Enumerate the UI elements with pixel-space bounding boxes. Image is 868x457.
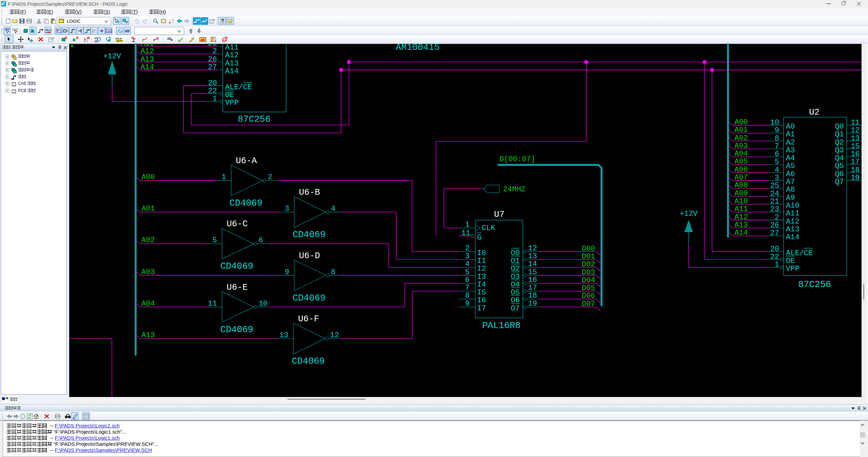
svg-text:A03: A03 xyxy=(734,142,748,150)
svg-text:17: 17 xyxy=(851,158,860,166)
svg-text:A12: A12 xyxy=(225,51,239,60)
svg-text:D05: D05 xyxy=(582,284,595,292)
svg-text:22: 22 xyxy=(770,253,779,261)
svg-text:A02: A02 xyxy=(734,134,748,142)
svg-text:4: 4 xyxy=(465,260,470,268)
svg-text:ab: ab xyxy=(201,38,205,41)
svg-text:FLD: FLD xyxy=(223,39,227,41)
svg-text:Q1: Q1 xyxy=(835,130,844,139)
svg-text:A04: A04 xyxy=(734,150,748,158)
svg-text:Q3: Q3 xyxy=(835,146,844,155)
svg-text:8: 8 xyxy=(775,134,779,143)
svg-text:AUTO: AUTO xyxy=(116,40,122,42)
svg-text:Q7: Q7 xyxy=(835,178,844,186)
svg-text:20: 20 xyxy=(770,245,779,253)
svg-text:87C256: 87C256 xyxy=(798,280,831,290)
svg-text:CD4069: CD4069 xyxy=(220,261,253,271)
svg-text:PAL16R8: PAL16R8 xyxy=(482,321,520,331)
svg-text:A9: A9 xyxy=(786,194,795,202)
svg-text:25: 25 xyxy=(770,182,779,190)
svg-text:A7: A7 xyxy=(786,178,795,186)
svg-text:A10: A10 xyxy=(734,197,748,206)
svg-text:A14: A14 xyxy=(141,63,154,72)
svg-text:U6-C: U6-C xyxy=(226,219,248,229)
svg-text:9: 9 xyxy=(285,268,289,277)
svg-text:A13: A13 xyxy=(786,225,800,234)
svg-text:A12: A12 xyxy=(786,217,800,226)
svg-text:Q4: Q4 xyxy=(835,154,844,163)
svg-text:U6-A: U6-A xyxy=(236,156,257,166)
svg-text:ab: ab xyxy=(167,36,171,40)
svg-text:A14: A14 xyxy=(734,229,748,237)
svg-text:A13: A13 xyxy=(141,331,155,340)
svg-text:U6-E: U6-E xyxy=(226,282,248,292)
svg-text:A08: A08 xyxy=(734,181,748,190)
svg-text:5: 5 xyxy=(465,268,470,277)
svg-text:D06: D06 xyxy=(582,292,595,300)
svg-text:9: 9 xyxy=(465,300,470,308)
svg-text:21: 21 xyxy=(770,197,779,206)
svg-text:4: 4 xyxy=(775,166,779,174)
svg-text:24MHZ: 24MHZ xyxy=(503,185,526,194)
svg-text:U1.1: U1.1 xyxy=(45,28,51,31)
svg-text:I7: I7 xyxy=(477,304,486,313)
svg-text:1: 1 xyxy=(221,173,226,182)
svg-text:G: G xyxy=(477,233,481,242)
svg-text:A03: A03 xyxy=(141,268,155,277)
svg-text:U7: U7 xyxy=(494,209,505,220)
svg-text:Q6: Q6 xyxy=(835,170,844,178)
svg-text:A12: A12 xyxy=(141,47,154,56)
svg-text:13: 13 xyxy=(279,331,288,340)
svg-text:4: 4 xyxy=(331,205,335,213)
svg-text:2: 2 xyxy=(775,213,779,222)
svg-text:I1: I1 xyxy=(477,257,486,265)
svg-text:U6-F: U6-F xyxy=(298,314,319,324)
svg-text:I0: I0 xyxy=(477,249,486,258)
svg-text:A10: A10 xyxy=(786,202,800,210)
svg-text:3: 3 xyxy=(465,252,470,261)
svg-text:Q0: Q0 xyxy=(835,122,844,131)
svg-text:26: 26 xyxy=(208,55,217,64)
svg-text:12: 12 xyxy=(851,126,860,135)
svg-text:11: 11 xyxy=(461,229,470,237)
svg-text:2: 2 xyxy=(213,47,217,56)
svg-text:22: 22 xyxy=(208,87,217,95)
svg-text:CLK: CLK xyxy=(482,224,495,232)
svg-text:7: 7 xyxy=(465,284,470,292)
svg-text:8: 8 xyxy=(465,291,470,300)
svg-text:2: 2 xyxy=(268,173,272,182)
svg-text:D02: D02 xyxy=(582,260,595,269)
svg-text:11: 11 xyxy=(851,118,860,127)
svg-text:I5: I5 xyxy=(477,288,486,297)
svg-text:18: 18 xyxy=(528,291,537,300)
svg-text:LBL: LBL xyxy=(106,30,112,33)
svg-text:CD4069: CD4069 xyxy=(292,356,324,366)
svg-text:Q5: Q5 xyxy=(835,162,844,170)
svg-text:A5: A5 xyxy=(786,162,795,170)
svg-text:6: 6 xyxy=(259,236,263,245)
svg-text:U6-D: U6-D xyxy=(299,251,320,261)
svg-text:I4: I4 xyxy=(477,281,486,289)
svg-text:20: 20 xyxy=(208,79,217,88)
svg-text:CD4069: CD4069 xyxy=(293,293,326,303)
svg-text:A13: A13 xyxy=(225,59,239,68)
svg-text:A05: A05 xyxy=(734,157,748,166)
svg-text:1: 1 xyxy=(465,221,470,229)
svg-text:U2: U2 xyxy=(95,40,98,42)
svg-text:ab: ab xyxy=(125,28,130,33)
svg-text:A14: A14 xyxy=(786,233,800,242)
svg-text:A0: A0 xyxy=(786,122,795,131)
svg-text:A07: A07 xyxy=(734,173,748,182)
svg-text:A13: A13 xyxy=(734,221,748,229)
svg-text:+12V: +12V xyxy=(103,52,121,61)
svg-text:3: 3 xyxy=(775,174,779,182)
svg-text:23: 23 xyxy=(770,205,779,214)
svg-text:A12: A12 xyxy=(734,213,748,222)
svg-text:6: 6 xyxy=(465,276,470,284)
svg-text:6: 6 xyxy=(775,150,779,158)
svg-text:3: 3 xyxy=(285,205,289,213)
svg-text:87C256: 87C256 xyxy=(238,114,271,125)
svg-text:27: 27 xyxy=(208,63,217,72)
svg-text:CD4069: CD4069 xyxy=(293,230,326,240)
svg-text:8: 8 xyxy=(331,268,335,277)
